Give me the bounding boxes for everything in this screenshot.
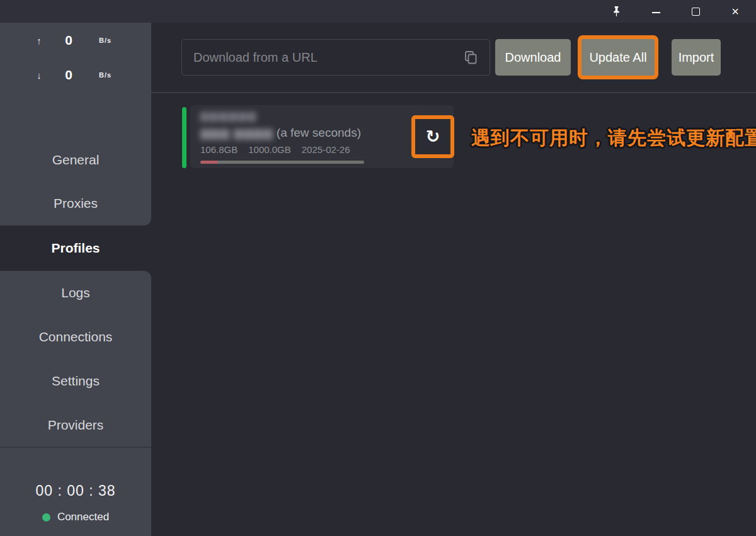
profile-name-redacted: ▆▆▆ ▆▆▆▆	[200, 126, 273, 139]
profile-stats: 106.8GB 1000.0GB 2025-02-26	[200, 144, 350, 155]
download-arrow-icon: ↓	[32, 70, 47, 81]
upload-arrow-icon: ↑	[32, 35, 47, 46]
copy-icon	[463, 50, 478, 66]
status-dot-icon	[42, 513, 50, 522]
profile-subtitle: ▆▆▆ ▆▆▆▆ (a few seconds)	[200, 125, 361, 140]
connection-status: Connected	[0, 506, 151, 528]
sidebar-item-settings[interactable]: Settings	[0, 359, 151, 403]
download-speed-unit: B/s	[91, 71, 120, 79]
upload-speed-unit: B/s	[91, 37, 120, 44]
traffic-download: ↓ 0 B/s	[0, 64, 151, 86]
update-all-button[interactable]: Update All	[578, 35, 658, 79]
pin-button[interactable]	[602, 1, 630, 21]
close-button[interactable]: ×	[721, 1, 749, 21]
profile-usage-progressbar	[200, 161, 364, 164]
sidebar-middle-section: Logs Connections Settings Providers	[0, 271, 151, 447]
sidebar-item-connections[interactable]: Connections	[0, 315, 151, 359]
profile-updated-ago: (a few seconds)	[277, 126, 361, 139]
url-input[interactable]	[181, 39, 490, 76]
profile-used: 106.8GB	[200, 144, 238, 155]
profile-progress-fill	[200, 161, 218, 164]
sidebar-top-section: ↑ 0 B/s ↓ 0 B/s General Proxies	[0, 23, 151, 225]
profile-title-redacted: ▆▆▆▆▆▆	[200, 109, 257, 122]
download-button[interactable]: Download	[495, 39, 571, 76]
active-profile-indicator	[182, 107, 186, 168]
maximize-icon	[692, 8, 700, 16]
sidebar-item-providers[interactable]: Providers	[0, 403, 151, 447]
refresh-icon: ↻	[426, 128, 440, 145]
uptime-timer: 00 : 00 : 38	[0, 478, 151, 503]
import-button[interactable]: Import	[672, 39, 721, 76]
paste-clipboard-button[interactable]	[461, 49, 480, 67]
profile-total: 1000.0GB	[248, 144, 291, 155]
sidebar-bottom-section: 00 : 00 : 38 Connected	[0, 448, 151, 536]
minimize-icon	[652, 12, 660, 13]
sidebar-item-profiles[interactable]: Profiles	[0, 225, 151, 271]
minimize-button[interactable]	[642, 1, 670, 21]
status-label: Connected	[57, 511, 109, 523]
sidebar-item-proxies[interactable]: Proxies	[0, 181, 151, 225]
annotation-tip-text: 遇到不可用时，请先尝试更新配置	[471, 125, 756, 151]
download-speed-value: 0	[47, 67, 91, 83]
pin-icon	[612, 6, 621, 17]
traffic-upload: ↑ 0 B/s	[0, 29, 151, 52]
close-icon: ×	[731, 5, 739, 18]
sidebar-item-logs[interactable]: Logs	[0, 271, 151, 315]
maximize-button[interactable]	[682, 1, 709, 21]
sidebar-item-general[interactable]: General	[0, 138, 151, 182]
upload-speed-value: 0	[47, 33, 91, 48]
refresh-profile-button[interactable]: ↻	[411, 115, 454, 158]
profile-expire-date: 2025-02-26	[302, 144, 350, 155]
toolbar-divider	[151, 92, 756, 93]
titlebar: ×	[0, 0, 756, 23]
